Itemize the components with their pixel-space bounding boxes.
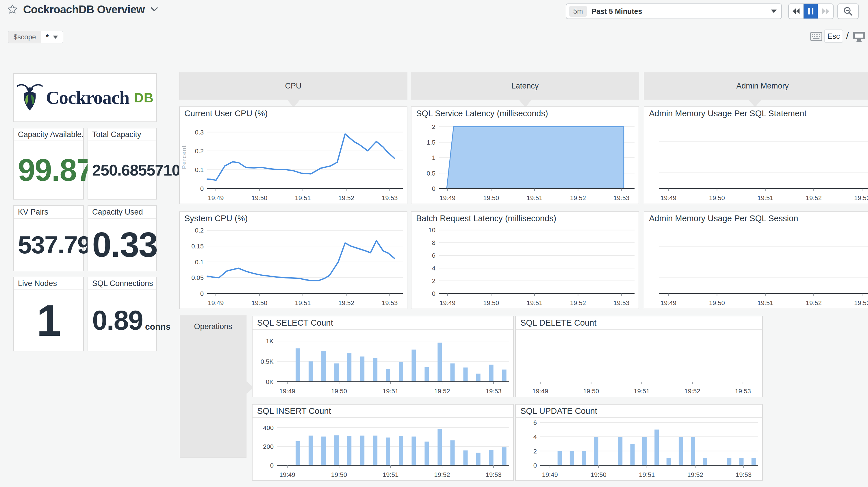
svg-text:0.3: 0.3: [195, 129, 204, 136]
stat-card-kv-pairs[interactable]: KV Pairs 537.79: [13, 205, 84, 271]
svg-text:19:51: 19:51: [757, 299, 773, 307]
rewind-button[interactable]: [789, 4, 804, 19]
svg-text:19:49: 19:49: [439, 299, 455, 307]
svg-text:19:50: 19:50: [591, 471, 607, 478]
svg-text:19:51: 19:51: [295, 194, 311, 202]
stat-card-total-capacity[interactable]: Total Capacity 250.6855710720GB: [88, 128, 157, 200]
chart-sql-delete-count-plot[interactable]: 19:4919:5019:5119:5219:53: [516, 330, 762, 397]
svg-text:0.2: 0.2: [195, 147, 204, 155]
page-title: CockroachDB Overview: [23, 3, 145, 16]
svg-text:0.15: 0.15: [191, 242, 204, 250]
favorite-star-icon[interactable]: [7, 4, 18, 16]
fast-forward-button[interactable]: [818, 4, 833, 19]
svg-text:19:52: 19:52: [684, 388, 700, 395]
svg-text:19:52: 19:52: [338, 299, 354, 307]
stat-title: Capacity Used: [88, 206, 156, 219]
svg-text:0.05: 0.05: [191, 274, 204, 281]
svg-text:19:50: 19:50: [251, 194, 267, 202]
chart-sql-insert-count-plot[interactable]: 19:4919:5019:5119:5219:530200400: [252, 418, 513, 480]
cockroachdb-logo-icon: [17, 81, 43, 115]
svg-text:19:51: 19:51: [639, 471, 655, 478]
stat-card-capacity-available[interactable]: Capacity Available... 99.87: [13, 128, 84, 200]
svg-text:19:52: 19:52: [338, 194, 354, 202]
chart-title: SQL Service Latency (milliseconds): [411, 107, 639, 120]
svg-text:19:49: 19:49: [208, 194, 224, 202]
time-range-caret-icon: [771, 9, 777, 13]
chart-system-cpu-plot[interactable]: 19:4919:5019:5119:5219:5300.050.10.150.2: [180, 225, 407, 309]
playback-controls: [788, 3, 834, 19]
svg-text:2: 2: [533, 448, 537, 455]
svg-text:1.5: 1.5: [427, 139, 435, 146]
tv-mode-icon[interactable]: [852, 31, 866, 44]
esc-key-badge[interactable]: Esc: [824, 29, 843, 43]
svg-text:0K: 0K: [266, 378, 274, 385]
svg-text:19:50: 19:50: [331, 471, 347, 478]
svg-text:8: 8: [432, 239, 435, 247]
group-header-operations: Operations: [180, 315, 246, 458]
svg-text:19:49: 19:49: [279, 388, 295, 395]
svg-text:19:51: 19:51: [527, 194, 542, 202]
chart-sql-delete-count: SQL DELETE Count 19:4919:5019:5119:5219:…: [515, 316, 763, 397]
chart-title: SQL SELECT Count: [252, 316, 513, 330]
chart-sql-insert-count: SQL INSERT Count 19:4919:5019:5119:5219:…: [252, 404, 514, 481]
svg-text:19:53: 19:53: [735, 388, 751, 395]
svg-text:19:50: 19:50: [583, 388, 599, 395]
chart-sql-service-latency-plot[interactable]: 19:4919:5019:5119:5219:5300.511.52: [411, 120, 639, 204]
svg-text:0: 0: [533, 462, 537, 469]
svg-text:10: 10: [429, 226, 435, 234]
chart-admin-memory-session: Admin Memory Usage Per SQL Session 19:49…: [644, 211, 868, 309]
keyboard-shortcuts-icon[interactable]: [810, 32, 823, 42]
svg-text:19:49: 19:49: [439, 194, 455, 202]
chart-sql-update-count-plot[interactable]: 19:4919:5019:5119:5219:530246: [516, 418, 762, 480]
pause-button[interactable]: [804, 4, 818, 19]
svg-text:19:50: 19:50: [251, 299, 267, 307]
time-range-select[interactable]: 5m Past 5 Minutes: [566, 3, 782, 19]
chart-admin-memory-statement: Admin Memory Usage Per SQL Statement 19:…: [644, 107, 868, 204]
chart-title: Batch Request Latency (milliseconds): [411, 212, 639, 225]
chart-sql-select-count-plot[interactable]: 19:4919:5019:5119:5219:530K0.5K1K: [252, 330, 513, 397]
stat-title: Capacity Available...: [14, 128, 83, 141]
chart-sql-select-count: SQL SELECT Count 19:4919:5019:5119:5219:…: [252, 316, 514, 397]
svg-text:200: 200: [263, 443, 274, 450]
svg-text:19:53: 19:53: [382, 299, 398, 307]
chart-batch-request-latency: Batch Request Latency (milliseconds) 19:…: [411, 211, 639, 309]
svg-text:19:49: 19:49: [542, 471, 558, 478]
svg-text:0: 0: [200, 290, 204, 297]
svg-text:2: 2: [432, 277, 435, 285]
svg-text:4: 4: [533, 433, 537, 440]
title-dropdown-chevron-icon[interactable]: [150, 6, 159, 13]
group-label: Latency: [512, 82, 539, 90]
svg-text:19:51: 19:51: [295, 299, 311, 307]
time-range-badge: 5m: [569, 6, 587, 17]
chart-current-user-cpu-plot[interactable]: 19:4919:5019:5119:5219:5300.10.20.3Perce…: [180, 120, 407, 204]
zoom-out-button[interactable]: [837, 3, 859, 19]
chart-batch-request-latency-plot[interactable]: 19:4919:5019:5119:5219:530246810: [411, 225, 639, 309]
chart-current-user-cpu: Current User CPU (%) 19:4919:5019:5119:5…: [179, 107, 407, 204]
group-header-latency: Latency: [411, 72, 639, 100]
stat-value: 537.79: [18, 232, 90, 257]
svg-text:0.5K: 0.5K: [260, 358, 274, 365]
svg-text:19:50: 19:50: [483, 299, 499, 307]
stat-title: SQL Connections: [88, 277, 156, 290]
chart-sql-update-count: SQL UPDATE Count 19:4919:5019:5119:5219:…: [515, 404, 763, 481]
svg-text:0: 0: [432, 290, 435, 297]
stat-title: Total Capacity: [88, 128, 156, 141]
scope-variable-select[interactable]: $scope *: [8, 31, 63, 44]
stat-card-capacity-used[interactable]: Capacity Used 0.33: [88, 205, 157, 271]
stat-card-live-nodes[interactable]: Live Nodes 1: [13, 277, 84, 351]
stat-unit: conns: [145, 322, 170, 332]
svg-text:0: 0: [270, 462, 274, 469]
chart-title: Admin Memory Usage Per SQL Session: [644, 212, 868, 225]
svg-text:19:53: 19:53: [736, 471, 751, 478]
logo-wordmark: Cockroach: [46, 87, 129, 109]
zoom-out-icon: [843, 6, 853, 17]
chart-admin-memory-session-plot[interactable]: 19:4919:5019:5119:5219:53: [644, 225, 868, 309]
scope-variable-value[interactable]: *: [41, 31, 62, 43]
stat-card-sql-connections[interactable]: SQL Connections 0.89conns: [88, 277, 157, 351]
chart-admin-memory-statement-plot[interactable]: 19:4919:5019:5119:5219:53: [644, 120, 868, 204]
scope-variable-name: $scope: [8, 31, 41, 43]
svg-text:19:52: 19:52: [806, 299, 822, 307]
svg-text:19:53: 19:53: [614, 194, 629, 202]
svg-text:19:52: 19:52: [806, 194, 822, 202]
group-label: CPU: [285, 82, 301, 90]
